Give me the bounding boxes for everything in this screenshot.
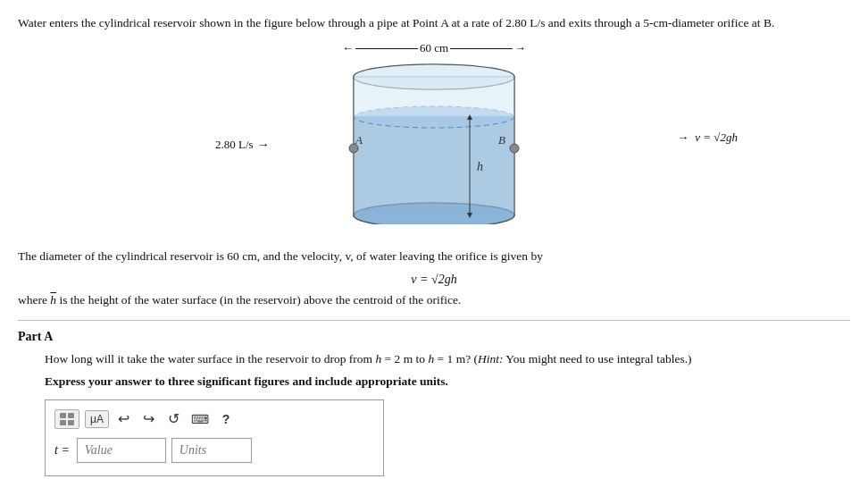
keyboard-icon: ⌨	[191, 412, 209, 426]
svg-point-12	[510, 144, 519, 153]
svg-rect-3	[355, 117, 514, 215]
toolbar: μA ↩ ↪ ↺ ⌨ ?	[54, 409, 374, 429]
description-line1: The diameter of the cylindrical reservoi…	[18, 247, 850, 267]
dimension-label: 60 cm	[420, 41, 448, 55]
outlet-arrow-icon: →	[677, 130, 689, 144]
refresh-icon: ↺	[168, 411, 179, 426]
eq-label: t =	[54, 443, 70, 458]
help-button[interactable]: ?	[216, 412, 236, 426]
svg-point-11	[349, 144, 358, 153]
mu-button[interactable]: μA	[85, 410, 109, 428]
keyboard-button[interactable]: ⌨	[189, 412, 211, 426]
dim-arrow-right: →	[514, 41, 526, 55]
section-divider	[18, 320, 850, 321]
cylinder-svg: h A B	[345, 59, 523, 224]
velocity-formula: v = √2gh	[18, 273, 850, 287]
redo-button[interactable]: ↪	[139, 410, 159, 427]
svg-rect-13	[60, 413, 66, 418]
part-a-section: Part A How long will it take the water s…	[18, 330, 850, 476]
svg-point-6	[355, 65, 514, 89]
outlet-formula: → v = √2gh	[677, 130, 738, 145]
svg-rect-15	[60, 420, 66, 425]
undo-icon: ↩	[118, 411, 129, 426]
description-section: The diameter of the cylindrical reservoi…	[18, 247, 850, 311]
question-text: How long will it take the water surface …	[45, 349, 850, 369]
undo-button[interactable]: ↩	[114, 410, 134, 427]
help-icon: ?	[222, 412, 230, 426]
answer-box: μA ↩ ↪ ↺ ⌨ ? t =	[45, 399, 384, 476]
figure-area: ← 60 cm → h	[18, 41, 850, 220]
description-line2: where h is the height of the water surfa…	[18, 290, 850, 311]
svg-rect-16	[68, 420, 74, 425]
dim-arrow-left: ←	[342, 41, 354, 55]
inlet-label: 2.80 L/s →	[215, 138, 270, 152]
cylinder-figure: ← 60 cm → h	[282, 41, 586, 220]
svg-text:h: h	[477, 160, 483, 173]
redo-icon: ↪	[143, 411, 154, 426]
inlet-arrow-icon: →	[257, 138, 270, 152]
express-text: Express your answer to three significant…	[45, 374, 850, 389]
units-input[interactable]	[171, 438, 252, 463]
input-row: t =	[54, 438, 374, 463]
matrix-button[interactable]	[54, 409, 79, 429]
part-a-label: Part A	[18, 330, 850, 344]
svg-text:B: B	[498, 133, 505, 147]
problem-statement: Water enters the cylindrical reservoir s…	[18, 14, 850, 32]
svg-rect-14	[68, 413, 74, 418]
value-input[interactable]	[77, 438, 166, 463]
refresh-button[interactable]: ↺	[164, 410, 184, 427]
